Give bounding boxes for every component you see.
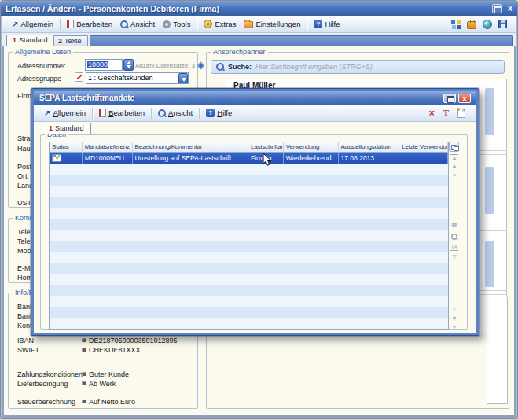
close-icon[interactable]: x <box>458 94 471 103</box>
side-panel <box>487 297 508 404</box>
restore-icon[interactable] <box>492 4 502 13</box>
close-icon[interactable]: x <box>508 4 512 13</box>
table-row-empty[interactable] <box>50 241 448 252</box>
table-row-empty[interactable] <box>50 285 448 296</box>
table-row-empty[interactable] <box>50 175 448 186</box>
table-row-empty[interactable] <box>50 318 448 329</box>
column-header[interactable]: Letzte Verwendung <box>399 142 448 153</box>
restore-icon[interactable] <box>443 94 456 103</box>
menu-item-label: Einstellungen <box>255 20 300 28</box>
table-cell-empty <box>248 175 284 186</box>
dialog-title: SEPA Lastschriftmandate <box>39 94 134 102</box>
search-icon[interactable] <box>450 233 458 241</box>
adressnummer-input[interactable]: 10000 <box>85 59 123 71</box>
edit-pencil-icon[interactable] <box>75 72 83 82</box>
menu-item-ansicht[interactable]: Ansicht <box>154 107 197 119</box>
table-side-toolbar: ▲ ▲ ▲ ▦ 04 ▽ ▼ ▼ ▼ <box>449 142 460 333</box>
table-cell-empty <box>339 175 400 186</box>
table-cell-empty <box>339 197 400 208</box>
menu-item-allgemein[interactable]: ↗ Allgemein <box>8 18 57 30</box>
column-header[interactable]: Bezeichnung/Kommentar <box>133 142 248 153</box>
combobox-value: 1 : Geschäftskunden <box>88 74 153 82</box>
table-cell-empty <box>399 252 448 263</box>
dropdown-icon[interactable] <box>178 73 188 83</box>
table-row-empty[interactable] <box>50 186 448 197</box>
delete-x-icon[interactable]: × <box>429 109 435 118</box>
grid-icon[interactable]: ▦ <box>450 222 458 227</box>
table-cell-empty <box>133 252 248 263</box>
adressgruppe-combobox[interactable]: 1 : Geschäftskunden <box>86 72 189 84</box>
tab-label: Texte <box>64 37 82 45</box>
table-cell-empty <box>50 219 83 230</box>
table-cell-empty <box>83 230 133 241</box>
table-cell-empty <box>399 197 448 208</box>
dialog-tab-standard[interactable]: 1Standard <box>42 123 91 134</box>
new-page-icon[interactable] <box>457 109 465 118</box>
menu-separator <box>199 108 200 119</box>
menu-item-hilfe[interactable]: ? Hilfe <box>202 107 236 119</box>
table-row-empty[interactable] <box>50 197 448 208</box>
briefcase-icon[interactable] <box>467 21 476 29</box>
group-title: Allgemeine Daten <box>13 48 73 56</box>
scroll-top-icon[interactable]: ▲ <box>450 154 458 160</box>
menu-item-hilfe[interactable]: ? Hilfe <box>310 18 343 30</box>
magnifier-icon <box>158 109 166 117</box>
value-indicator-icon <box>82 372 86 376</box>
sync-icon[interactable] <box>451 20 461 29</box>
table-row-empty[interactable] <box>50 296 448 307</box>
field-label-swift: SWIFT <box>17 346 39 354</box>
table-cell-empty <box>284 230 339 241</box>
save-icon[interactable] <box>498 20 507 28</box>
table-cell-empty <box>399 318 448 329</box>
column-header[interactable]: Lastschriftart <box>248 142 284 153</box>
scroll-up-icon[interactable]: ▲ <box>450 163 458 168</box>
table-row-empty[interactable] <box>50 230 448 241</box>
table-row-empty[interactable] <box>50 252 448 263</box>
table-cell-empty <box>248 219 284 230</box>
scroll-bottom-icon[interactable]: ▼ <box>450 324 458 330</box>
pin-t-icon[interactable]: T <box>443 109 449 117</box>
table-cell-empty <box>284 263 339 274</box>
table-cell-empty <box>399 263 448 274</box>
menu-item-label: Ansicht <box>130 20 155 28</box>
column-header[interactable]: Status <box>50 142 83 153</box>
table-cell-empty <box>83 197 133 208</box>
tab-number: 1 <box>49 124 53 132</box>
table-cell-empty <box>248 285 284 296</box>
table-row-empty[interactable] <box>50 263 448 274</box>
move-down-icon[interactable]: ▼ <box>450 306 458 311</box>
table-cell-empty <box>133 296 248 307</box>
table-row-empty[interactable] <box>50 274 448 285</box>
table-row-empty[interactable] <box>50 208 448 219</box>
table-cell-empty <box>50 263 83 274</box>
table-cell-empty <box>50 274 83 285</box>
move-up-icon[interactable]: ▲ <box>450 171 458 177</box>
contact-search-input[interactable]: Suche: Hier Suchbegriff eingeben (STRG+S… <box>211 60 505 74</box>
menu-item-ansicht[interactable]: Ansicht <box>116 18 159 30</box>
globe-icon[interactable] <box>483 20 492 29</box>
table-cell-empty <box>248 296 284 307</box>
table-cell-empty <box>50 296 83 307</box>
column-header[interactable]: Ausstellungsdatum <box>339 142 400 153</box>
menu-item-bearbeiten[interactable]: Bearbeiten <box>63 18 116 30</box>
table-row-empty[interactable] <box>50 219 448 230</box>
menu-item-einstellungen[interactable]: Einstellungen <box>240 18 304 30</box>
tabstrip-band <box>90 35 513 46</box>
table-row-selected[interactable]: MD1000NEUUmstellung auf SEPA-Lastschrift… <box>50 153 448 164</box>
column-header[interactable]: Mandatsreferenz <box>83 142 133 153</box>
menu-item-tools[interactable]: Tools <box>159 18 194 30</box>
scroll-down-icon[interactable]: ▼ <box>450 315 458 321</box>
menu-separator <box>60 19 61 30</box>
table-row-empty[interactable] <box>50 307 448 318</box>
value-indicator-icon <box>82 400 86 403</box>
menu-item-extras[interactable]: Extras <box>200 18 240 30</box>
column-header[interactable]: Verwendung <box>284 142 339 153</box>
filter-icon[interactable]: ▽ <box>450 254 458 260</box>
menu-item-bearbeiten[interactable]: Bearbeiten <box>95 107 149 119</box>
record-number-icon[interactable]: 04 <box>450 245 458 251</box>
table-row-empty[interactable] <box>50 164 448 175</box>
tab-texte[interactable]: 2Texte <box>52 35 88 46</box>
table-cell-empty <box>133 241 248 252</box>
tab-standard[interactable]: 1Standard <box>6 35 54 46</box>
menu-item-allgemein[interactable]: ↗ Allgemein <box>40 107 90 119</box>
